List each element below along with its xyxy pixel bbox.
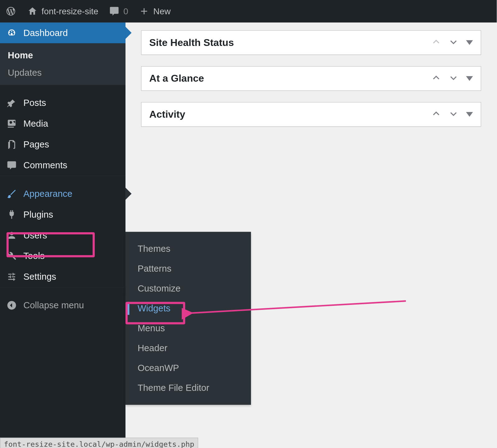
flyout-header[interactable]: Header xyxy=(125,338,251,358)
admin-bar: font-resize-site 0 New xyxy=(0,0,497,22)
plugin-icon xyxy=(6,209,17,219)
comments-count: 0 xyxy=(123,6,128,16)
dashboard-icon xyxy=(6,28,17,38)
move-down-button[interactable] xyxy=(449,109,458,120)
menu-label: Tools xyxy=(23,251,44,261)
move-down-button[interactable] xyxy=(449,37,458,48)
comment-icon xyxy=(109,6,120,16)
dashboard-submenu: Home Updates xyxy=(0,43,125,85)
flyout-widgets[interactable]: Widgets xyxy=(125,298,251,318)
wordpress-icon xyxy=(5,6,16,16)
move-up-button[interactable] xyxy=(431,37,441,48)
menu-label: Users xyxy=(23,230,47,240)
move-up-button[interactable] xyxy=(431,109,441,120)
menu-label: Settings xyxy=(23,272,56,282)
comments-link[interactable]: 0 xyxy=(103,0,133,22)
menu-posts[interactable]: Posts xyxy=(0,93,125,113)
menu-plugins[interactable]: Plugins xyxy=(0,204,125,225)
postbox-title: Activity xyxy=(149,109,185,120)
collapse-icon xyxy=(6,300,17,310)
move-down-button[interactable] xyxy=(449,73,458,84)
media-icon xyxy=(6,119,17,129)
menu-label: Appearance xyxy=(23,188,72,199)
wrench-icon xyxy=(6,251,17,261)
flyout-themes[interactable]: Themes xyxy=(125,239,251,259)
menu-users[interactable]: Users xyxy=(0,225,125,246)
pages-icon xyxy=(6,139,17,150)
postbox-title: At a Glance xyxy=(149,73,204,84)
wp-logo[interactable] xyxy=(0,0,22,22)
postbox-title: Site Health Status xyxy=(149,37,234,48)
submenu-home[interactable]: Home xyxy=(0,47,125,64)
site-name: font-resize-site xyxy=(42,6,98,16)
appearance-flyout: Themes Patterns Customize Widgets Menus … xyxy=(125,232,251,405)
menu-label: Posts xyxy=(23,98,46,108)
active-marker xyxy=(127,302,130,315)
brush-icon xyxy=(6,188,17,199)
toggle-panel-button[interactable] xyxy=(466,76,473,81)
current-arrow-icon xyxy=(125,27,132,39)
menu-tools[interactable]: Tools xyxy=(0,246,125,266)
menu-label: Plugins xyxy=(23,209,53,219)
menu-label: Media xyxy=(23,119,48,129)
menu-separator xyxy=(0,85,125,93)
menu-settings[interactable]: Settings xyxy=(0,266,125,287)
menu-separator xyxy=(0,176,125,183)
flyout-label: Widgets xyxy=(138,303,171,313)
menu-label: Dashboard xyxy=(23,28,68,38)
user-icon xyxy=(6,230,17,240)
pin-icon xyxy=(6,98,17,108)
flyout-arrow-icon xyxy=(125,188,132,200)
new-label: New xyxy=(153,6,171,16)
flyout-patterns[interactable]: Patterns xyxy=(125,259,251,278)
flyout-customize[interactable]: Customize xyxy=(125,278,251,298)
toggle-panel-button[interactable] xyxy=(466,112,473,117)
site-link[interactable]: font-resize-site xyxy=(22,0,103,22)
move-up-button[interactable] xyxy=(431,73,441,84)
menu-label: Comments xyxy=(23,160,67,170)
browser-status-bar: font-resize-site.local/wp-admin/widgets.… xyxy=(0,438,198,448)
menu-appearance[interactable]: Appearance xyxy=(0,183,125,204)
flyout-menus[interactable]: Menus xyxy=(125,318,251,338)
collapse-menu[interactable]: Collapse menu xyxy=(0,295,125,316)
postbox-at-a-glance: At a Glance xyxy=(141,66,481,91)
new-content[interactable]: New xyxy=(133,0,176,22)
menu-label: Pages xyxy=(23,139,49,150)
plus-icon xyxy=(139,6,150,16)
toggle-panel-button[interactable] xyxy=(466,40,473,45)
sliders-icon xyxy=(6,272,17,282)
flyout-theme-file-editor[interactable]: Theme File Editor xyxy=(125,378,251,398)
comment-icon xyxy=(6,160,17,170)
menu-pages[interactable]: Pages xyxy=(0,134,125,155)
menu-label: Collapse menu xyxy=(23,300,84,310)
admin-sidebar: Dashboard Home Updates Posts Media Pages xyxy=(0,22,125,448)
menu-media[interactable]: Media xyxy=(0,113,125,134)
postbox-activity: Activity xyxy=(141,102,481,127)
menu-comments[interactable]: Comments xyxy=(0,155,125,176)
postbox-site-health: Site Health Status xyxy=(141,30,481,55)
home-icon xyxy=(27,6,38,16)
menu-separator xyxy=(0,287,125,295)
flyout-oceanwp[interactable]: OceanWP xyxy=(125,358,251,378)
submenu-updates[interactable]: Updates xyxy=(0,64,125,81)
menu-dashboard[interactable]: Dashboard xyxy=(0,22,125,43)
